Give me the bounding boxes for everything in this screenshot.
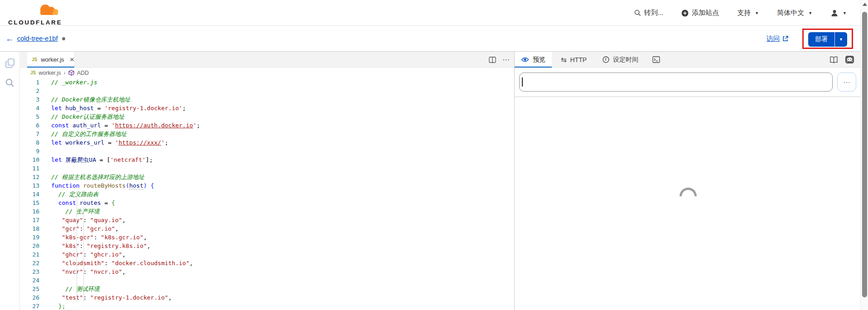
code-line: 27 }; <box>20 302 514 310</box>
line-number: 8 <box>20 138 39 147</box>
line-number: 9 <box>20 147 39 155</box>
preview-tab-strip: 预览 ⇆ HTTP 设定时间 <box>515 52 860 68</box>
code-editor[interactable]: 1// _worker.js23// Docker镜像仓库主机地址4let hu… <box>20 78 514 310</box>
worker-name-link[interactable]: cold-tree-e1bf <box>17 35 58 42</box>
code-text: const auth_url = 'https://auth.docker.io… <box>51 122 200 129</box>
code-line: 21 "ghcr": "ghcr.io", <box>20 250 514 259</box>
deploy-split-button: 部署 ▼ <box>808 32 847 47</box>
code-text: // Docker认证服务器地址 <box>51 113 124 120</box>
swap-arrows-icon: ⇆ <box>561 56 567 64</box>
search-icon[interactable] <box>5 78 14 87</box>
eye-icon <box>521 57 529 63</box>
support-menu[interactable]: 支持 ▼ <box>737 9 759 17</box>
code-text: "k8s": "registry.k8s.io", <box>51 242 150 249</box>
goto-search-button[interactable]: 转到... <box>634 9 664 17</box>
editor-tab-strip: JS worker.js ✕ ⋯ <box>20 52 514 68</box>
preview-url-row: ⋯ <box>515 68 860 97</box>
code-text: "quay": "quay.io", <box>51 217 125 223</box>
goto-label: 转到... <box>644 9 664 17</box>
back-arrow-icon[interactable]: ← <box>5 34 14 43</box>
tab-http-label: HTTP <box>570 56 587 63</box>
scrollbar-thumb[interactable] <box>862 12 867 297</box>
language-menu[interactable]: 简体中文 ▼ <box>777 9 812 17</box>
deploy-dropdown-button[interactable]: ▼ <box>834 32 847 47</box>
line-number: 4 <box>20 104 39 112</box>
code-text: let hub_host = 'registry-1.docker.io'; <box>51 105 186 111</box>
brand-text: CLOUDFLARE <box>8 19 62 26</box>
code-line: 22 "cloudsmith": "docker.cloudsmith.io", <box>20 259 514 267</box>
code-text: let 屏蔽爬虫UA = ['netcraft']; <box>51 156 153 163</box>
code-line: 9 <box>20 147 514 155</box>
preview-url-input[interactable] <box>519 73 833 92</box>
code-text: "test": "registry-1.docker.io", <box>51 294 172 301</box>
code-line: 8let workers_url = 'https://xxx/'; <box>20 138 514 147</box>
line-number: 27 <box>20 302 39 310</box>
text-caret <box>522 78 523 87</box>
top-nav-bar: CLOUDFLARE 转到... 添加站点 支持 ▼ 简体中文 ▼ <box>0 0 860 26</box>
code-line: 6const auth_url = 'https://auth.docker.i… <box>20 121 514 130</box>
close-icon[interactable]: ✕ <box>70 56 75 63</box>
code-line: 20 "k8s": "registry.k8s.io", <box>20 242 514 250</box>
code-line: 25 // 测试环境 <box>20 285 514 293</box>
url-more-button[interactable]: ⋯ <box>837 73 856 92</box>
search-icon <box>634 10 641 16</box>
terminal-icon <box>652 56 660 63</box>
code-text: "gcr": "gcr.io", <box>51 225 119 232</box>
code-line: 18 "gcr": "gcr.io", <box>20 224 514 233</box>
code-text: "cloudsmith": "docker.cloudsmith.io", <box>51 260 193 266</box>
deploy-annotation-highlight: 部署 ▼ <box>802 29 853 49</box>
code-line: 3// Docker镜像仓库主机地址 <box>20 95 514 104</box>
code-text: const routes = { <box>51 199 115 206</box>
docs-book-icon[interactable] <box>829 56 838 63</box>
visit-label: 访问 <box>767 34 780 43</box>
editor-breadcrumb[interactable]: JS worker.js › ADD <box>20 68 514 78</box>
tab-worker-js[interactable]: JS worker.js ✕ <box>27 52 75 68</box>
tab-preview[interactable]: 预览 <box>515 52 552 68</box>
deploy-button[interactable]: 部署 <box>808 32 834 47</box>
line-number: 11 <box>20 164 39 173</box>
editor-strip-actions: ⋯ <box>489 52 510 68</box>
clock-icon <box>603 56 609 63</box>
split-editor-icon[interactable] <box>489 57 496 63</box>
code-text: // _worker.js <box>51 79 97 86</box>
user-icon <box>830 9 839 17</box>
code-text: // 自定义的工作服务器地址 <box>51 131 126 137</box>
page-scrollbar[interactable] <box>860 0 868 310</box>
explorer-files-icon[interactable] <box>5 58 15 68</box>
preview-strip-actions <box>829 52 854 68</box>
code-line: 23 "nvcr": "nvcr.io", <box>20 267 514 276</box>
worker-header-bar: ← cold-tree-e1bf d49649ac (活动) 最新 ▼ 访问 部… <box>0 26 860 52</box>
code-line: 2 <box>20 87 514 95</box>
line-number: 26 <box>20 293 39 302</box>
code-text: function routeByHosts(host) { <box>51 182 154 189</box>
code-line: 24 <box>20 276 514 285</box>
tab-preview-label: 预览 <box>533 56 545 64</box>
main-area: JS worker.js ✕ ⋯ JS worker.js › ADD 1// … <box>0 52 860 310</box>
code-text: "k8s-gcr": "k8s.gcr.io", <box>51 234 147 241</box>
line-number: 15 <box>20 199 39 207</box>
code-line: 4let hub_host = 'registry-1.docker.io'; <box>20 104 514 112</box>
code-text: // 定义路由表 <box>51 191 98 198</box>
symbol-cube-icon <box>68 70 74 76</box>
tab-terminal[interactable] <box>649 52 664 68</box>
account-menu[interactable]: ▼ <box>830 9 847 17</box>
line-number: 14 <box>20 190 39 199</box>
discord-icon[interactable] <box>845 56 854 63</box>
indent-guide <box>83 207 84 302</box>
code-line: 15 const routes = { <box>20 199 514 207</box>
code-text: "nvcr": "nvcr.io", <box>51 268 125 275</box>
add-site-button[interactable]: 添加站点 <box>681 9 719 17</box>
line-number: 10 <box>20 155 39 164</box>
tab-schedule[interactable]: 设定时间 <box>596 52 645 68</box>
tab-http[interactable]: ⇆ HTTP <box>555 52 593 68</box>
visit-link[interactable]: 访问 <box>767 26 789 51</box>
code-line: 7// 自定义的工作服务器地址 <box>20 130 514 138</box>
code-text: }; <box>51 303 65 310</box>
code-line: 14 // 定义路由表 <box>20 190 514 199</box>
top-nav-menu: 转到... 添加站点 支持 ▼ 简体中文 ▼ ▼ <box>634 0 847 26</box>
line-number: 1 <box>20 78 39 87</box>
more-actions-icon[interactable]: ⋯ <box>502 55 510 64</box>
line-number: 17 <box>20 216 39 224</box>
scrollbar-up-arrow-icon[interactable] <box>863 3 867 6</box>
line-number: 5 <box>20 112 39 121</box>
